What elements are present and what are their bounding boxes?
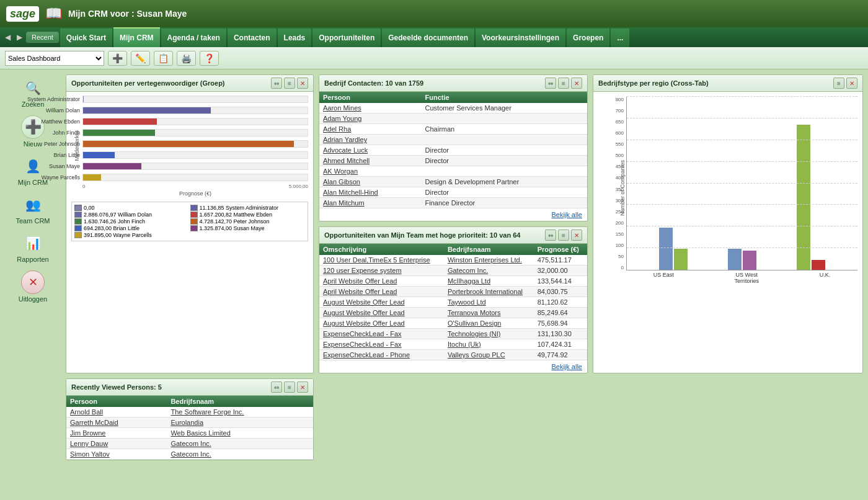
recent-export-button[interactable]: ≡	[284, 382, 295, 393]
legend-item: 1.630.746,26 John Finch	[74, 218, 190, 225]
recent-bedrijf[interactable]: Gatecom Inc.	[167, 449, 313, 460]
edit-dashboard-button[interactable]: ✏️	[131, 51, 150, 66]
table-row: Aaron MinesCustomer Services Manager	[319, 103, 587, 114]
opp-name[interactable]: April Website Offer Lead	[319, 287, 444, 297]
opps-nav-button[interactable]: ⇔	[545, 230, 556, 241]
contacts-nav-button[interactable]: ⇔	[545, 78, 556, 89]
dashboard-select[interactable]: Sales Dashboard Marketing Dashboard	[5, 51, 104, 66]
tab-gedeelde-docs[interactable]: Gedeelde documenten	[382, 27, 474, 47]
opp-name[interactable]: April Website Offer Lead	[319, 276, 444, 287]
recent-bedrijf[interactable]: Web Basics Limited	[167, 428, 313, 439]
opp-bedrijf[interactable]: Itochu (Uk)	[444, 339, 534, 350]
recent-persoon[interactable]: Jim Browne	[66, 428, 167, 439]
opp-bedrijf[interactable]: Technologies (NI)	[444, 329, 534, 339]
top-row: Opportuniteiten per vertegenwoordiger (G…	[66, 74, 863, 373]
contact-functie: Director	[422, 145, 587, 156]
recent-bedrijf[interactable]: Gatecom Inc.	[167, 439, 313, 449]
opp-prognose: 85,249.64	[534, 308, 587, 318]
opps-bekijk-link[interactable]: Bekijk alle	[551, 363, 582, 370]
opp-name[interactable]: 120 user Expense system	[319, 266, 444, 276]
tab-agenda[interactable]: Agenda / taken	[161, 27, 226, 47]
contact-name[interactable]: Advocate Luck	[319, 145, 422, 156]
opp-prognose: 49,774.92	[534, 350, 587, 360]
recent-nav-button[interactable]: ⇔	[271, 382, 282, 393]
opp-name[interactable]: ExpenseCheckLead - Fax	[319, 329, 444, 339]
sidebar-team-crm[interactable]: 👥 Team CRM	[11, 191, 55, 227]
opp-bedrijf[interactable]: McIlhagga Ltd	[444, 276, 534, 287]
chart-expand-button[interactable]: ⇔	[271, 78, 282, 89]
recent-close-button[interactable]: ✕	[297, 382, 308, 393]
contact-name[interactable]: Alan Gibson	[319, 177, 422, 187]
opps-export-button[interactable]: ≡	[558, 230, 569, 241]
opps-close-button[interactable]: ✕	[571, 230, 582, 241]
sidebar-uitloggen[interactable]: ✕ Uitloggen	[11, 268, 55, 305]
contact-name[interactable]: Adam Young	[319, 114, 422, 124]
tab-groepen[interactable]: Groepen	[567, 27, 609, 47]
legend-item: 694.283,00 Brian Little	[74, 225, 190, 231]
contact-name[interactable]: Alan Mitchum	[319, 198, 422, 208]
logout-icon: ✕	[21, 270, 45, 294]
contact-name[interactable]: Aaron Mines	[319, 103, 422, 114]
tab-more[interactable]: ...	[611, 27, 629, 47]
opp-bedrijf[interactable]: Winston Enterprises Ltd.	[444, 255, 534, 266]
tab-leads[interactable]: Leads	[278, 27, 312, 47]
table-row: August Website Offer LeadTaywood Ltd81,1…	[319, 297, 587, 308]
main-content: 🔍 Zoeken ➕ Nieuw 👤 Mijn CRM 👥 Team CRM 📊…	[0, 69, 868, 465]
table-row: Alan GibsonDesign & Development Partner	[319, 177, 587, 187]
opp-name[interactable]: ExpenseCheckLead - Phone	[319, 350, 444, 360]
recent-bedrijf[interactable]: The Software Forge Inc.	[167, 407, 313, 417]
view-button[interactable]: 📋	[154, 51, 173, 66]
tab-voorkeur[interactable]: Voorkeursinstellingen	[476, 27, 565, 47]
contact-name[interactable]: Alan Mitchell-Hind	[319, 187, 422, 198]
opp-bedrijf[interactable]: O'Sullivan Design	[444, 318, 534, 329]
tab-opportuniteiten[interactable]: Opportuniteiten	[312, 27, 381, 47]
nav-recent-button[interactable]: Recent	[26, 32, 59, 43]
help-button[interactable]: ❓	[200, 51, 219, 66]
recent-persoon[interactable]: Lenny Dauw	[66, 439, 167, 449]
contact-name[interactable]: Adel Rha	[319, 124, 422, 135]
hbar-container: Medewerker System Administrator	[66, 92, 313, 199]
nav-back-button[interactable]: ◀	[2, 27, 13, 47]
nav-forward-button[interactable]: ▶	[14, 27, 25, 47]
opp-bedrijf[interactable]: Porterbrook International	[444, 287, 534, 297]
print-button[interactable]: 🖨️	[177, 51, 196, 66]
opp-name[interactable]: 100 User Deal,TimeEx 5 Enterprise	[319, 255, 444, 266]
table-row: ExpenseCheckLead - FaxItochu (Uk)107,424…	[319, 339, 587, 350]
contact-name[interactable]: Adrian Yardley	[319, 135, 422, 145]
opp-name[interactable]: August Website Offer Lead	[319, 297, 444, 308]
gridline	[627, 140, 857, 140]
contacts-bekijk-link[interactable]: Bekijk alle	[551, 211, 582, 218]
tab-contacten[interactable]: Contacten	[228, 27, 277, 47]
recent-persoon[interactable]: Simon Yaltov	[66, 449, 167, 460]
opp-name[interactable]: August Website Offer Lead	[319, 308, 444, 318]
recent-persoon[interactable]: Arnold Ball	[66, 407, 167, 417]
chart-export-button[interactable]: ≡	[284, 78, 295, 89]
opp-bedrijf[interactable]: Valleys Group PLC	[444, 350, 534, 360]
chart-close-button[interactable]: ✕	[297, 78, 308, 89]
contacts-close-button[interactable]: ✕	[571, 78, 582, 89]
contacts-export-button[interactable]: ≡	[558, 78, 569, 89]
recent-bedrijf[interactable]: Eurolandia	[167, 417, 313, 428]
vbar-chart	[626, 97, 857, 270]
sidebar-rapporten[interactable]: 📊 Rapporten	[11, 230, 55, 266]
opp-bedrijf[interactable]: Taywood Ltd	[444, 297, 534, 308]
tab-quick-start[interactable]: Quick Start	[60, 27, 112, 47]
crosstab-close-button[interactable]: ✕	[846, 78, 857, 89]
table-row: Ahmed MitchellDirector	[319, 156, 587, 166]
contact-name[interactable]: Ahmed Mitchell	[319, 156, 422, 166]
opp-name[interactable]: ExpenseCheckLead - Fax	[319, 339, 444, 350]
new-dashboard-button[interactable]: ➕	[108, 51, 127, 66]
vbar-bar	[659, 228, 673, 270]
recent-persoon[interactable]: Garreth McDaid	[66, 417, 167, 428]
bottom-row: Recently Viewed Persons: 5 ⇔ ≡ ✕ Persoon…	[66, 378, 863, 460]
vbar-bar	[728, 249, 742, 270]
tab-mijn-crm[interactable]: Mijn CRM	[113, 27, 160, 47]
crosstab-export-button[interactable]: ≡	[833, 78, 844, 89]
opps-bekijk-alle: Bekijk alle	[319, 360, 587, 373]
opps-table: Omschrijving Bedrijfsnaam Prognose (€) 1…	[319, 244, 587, 360]
opp-name[interactable]: August Website Offer Lead	[319, 318, 444, 329]
contact-name[interactable]: AK Worgan	[319, 166, 422, 177]
sidebar-zoeken[interactable]: 🔍 Zoeken	[11, 74, 55, 110]
opp-bedrijf[interactable]: Gatecom Inc.	[444, 266, 534, 276]
opp-bedrijf[interactable]: Terranova Motors	[444, 308, 534, 318]
